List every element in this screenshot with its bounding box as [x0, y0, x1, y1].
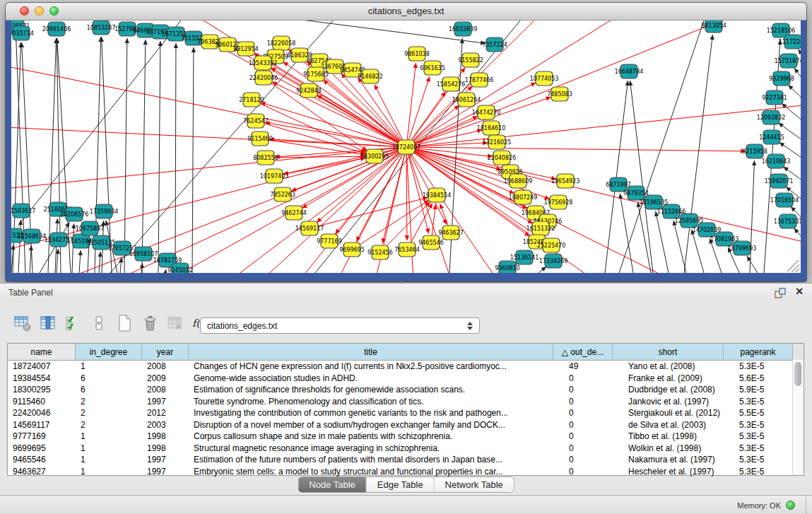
table-cell[interactable]: 1998 [142, 431, 189, 443]
table-cell[interactable]: 1 [76, 431, 142, 443]
table-cell[interactable]: de Silva et al. (2003) [623, 419, 734, 431]
table-scrollbar[interactable] [792, 360, 804, 475]
table-cell[interactable]: 2 [76, 407, 142, 419]
table-cell[interactable]: Dudbridge et al. (2008) [623, 384, 734, 396]
tab-edge-table[interactable]: Edge Table [367, 477, 435, 492]
graph-node-label: 10774053 [530, 76, 559, 82]
table-cell[interactable]: 0 [564, 396, 623, 408]
table-cell[interactable]: 0 [564, 454, 623, 466]
table-cell[interactable]: Estimation of significance thresholds fo… [189, 384, 564, 396]
table-cell[interactable]: 14569117 [8, 419, 76, 431]
table-row[interactable]: 946362711997Embryonic stem cells: a mode… [8, 466, 804, 478]
column-header-in-degree[interactable]: in_degree [76, 344, 142, 360]
table-cell[interactable]: Wolkin et al. (1998) [623, 443, 734, 455]
column-visibility-icon[interactable] [64, 313, 83, 332]
column-header-name[interactable]: name [8, 344, 76, 360]
table-row[interactable]: 1830029562008Estimation of significance … [8, 384, 804, 396]
graph-node-label: 9329968 [769, 76, 794, 82]
table-cell[interactable]: 0 [564, 466, 623, 478]
table-cell[interactable]: 9777169 [8, 431, 76, 443]
table-cell[interactable]: 22420046 [8, 407, 76, 419]
table-row[interactable]: 2242004622012Investigating the contribut… [8, 407, 804, 419]
delete-entries-trash-icon[interactable] [140, 313, 159, 332]
table-row[interactable]: 1938455462009Genome-wide association stu… [8, 373, 804, 385]
table-row[interactable]: 1872400712008Changes of HCN gene express… [8, 361, 804, 373]
tab-node-table[interactable]: Node Table [298, 477, 367, 492]
table-cell[interactable]: Yano et al. (2008) [623, 361, 734, 373]
table-cell[interactable]: 9115460 [8, 396, 76, 408]
table-cell[interactable]: Nakamura et al. (1997) [623, 454, 734, 466]
table-cell[interactable]: Tibbo et al. (1998) [623, 431, 734, 443]
table-cell[interactable]: 18300295 [8, 384, 76, 396]
row-height-icon[interactable] [89, 313, 108, 332]
table-cell[interactable]: Stergiakouli et al. (2012) [623, 407, 734, 419]
column-header-short[interactable]: short [613, 344, 724, 360]
table-cell[interactable]: Investigating the contribution of common… [189, 407, 564, 419]
tab-network-table[interactable]: Network Table [435, 477, 514, 492]
table-cell[interactable]: Disruption of a novel member of a sodium… [189, 419, 564, 431]
table-cell[interactable]: 0 [564, 443, 623, 455]
table-cell[interactable]: 9699695 [8, 443, 76, 455]
table-cell[interactable]: 0 [564, 419, 623, 431]
table-cell[interactable]: 49 [564, 361, 623, 373]
table-cell[interactable]: 1 [76, 361, 142, 373]
table-row[interactable]: 977716911998Corpus callosum shape and si… [8, 431, 804, 443]
table-cell[interactable]: 6 [76, 384, 142, 396]
table-cell[interactable]: 1998 [142, 443, 189, 455]
table-cell[interactable]: 0 [564, 373, 623, 385]
table-cell[interactable]: 1997 [142, 396, 189, 408]
table-cell[interactable]: 0 [564, 384, 623, 396]
table-cell[interactable]: 9463627 [8, 466, 76, 478]
new-table-icon[interactable] [114, 313, 134, 332]
table-cell[interactable]: 2003 [142, 419, 189, 431]
table-cell[interactable]: 1997 [142, 466, 189, 478]
table-row[interactable]: 1456911722003Disruption of a novel membe… [8, 419, 804, 431]
table-cell[interactable]: Corpus callosum shape and size in male p… [189, 431, 564, 443]
table-cell[interactable]: 1 [76, 466, 142, 478]
column-select-icon[interactable] [38, 313, 57, 332]
column-header-out-degree[interactable]: △ out_de... [553, 344, 613, 360]
table-cell[interactable]: 0 [564, 431, 623, 443]
column-header-pagerank[interactable]: pagerank [724, 344, 793, 360]
table-cell[interactable]: 9465546 [8, 454, 76, 466]
table-cell[interactable]: Genome-wide association studies in ADHD. [189, 373, 564, 385]
table-cell[interactable]: Hescheler et al. (1997) [623, 466, 734, 478]
column-header-year[interactable]: year [142, 344, 189, 360]
table-scrollbar-thumb[interactable] [794, 362, 801, 386]
table-cell[interactable]: 18724007 [8, 361, 76, 373]
table-cell[interactable]: 2008 [142, 361, 189, 373]
table-row[interactable]: 911546021997Tourette syndrome. Phenomeno… [8, 396, 804, 408]
table-cell[interactable]: 2008 [142, 384, 189, 396]
close-panel-icon[interactable]: ✕ [795, 286, 804, 297]
table-cell[interactable]: 19384554 [8, 373, 76, 385]
table-cell[interactable]: 6 [76, 373, 142, 385]
table-cell[interactable]: 1 [76, 443, 142, 455]
table-cell[interactable]: Embryonic stem cells: a model to study s… [189, 466, 564, 478]
table-cell[interactable]: 1997 [142, 454, 189, 466]
graph-node-label: 2718120 [239, 97, 264, 103]
graph-node-label: 8082558 [253, 155, 278, 161]
delete-table-icon[interactable] [165, 313, 184, 332]
table-cell[interactable]: Jankovic et al. (1997) [623, 396, 734, 408]
table-cell[interactable]: 1 [76, 454, 142, 466]
graph-node-label: 25225470 [537, 243, 566, 249]
table-cell[interactable]: Tourette syndrome. Phenomenology and cla… [189, 396, 564, 408]
table-row[interactable]: 946554611997Estimation of the future num… [8, 454, 804, 466]
table-cell[interactable]: Franke et al. (2009) [623, 373, 734, 385]
table-selector-dropdown[interactable]: citations_edges.txt [200, 317, 480, 334]
table-cell[interactable]: 2009 [142, 373, 189, 385]
network-canvas[interactable]: 1003557140357142099140610853287152790264… [11, 21, 801, 273]
window-titlebar[interactable]: citations_edges.txt [6, 3, 806, 21]
table-cell[interactable]: 2 [76, 396, 142, 408]
table-cell[interactable]: Structural magnetic resonance image aver… [189, 443, 564, 455]
table-cell[interactable]: Changes of HCN gene expression and I(f) … [189, 361, 564, 373]
float-panel-icon[interactable] [774, 286, 787, 299]
table-settings-icon[interactable] [13, 313, 32, 332]
table-cell[interactable]: 0 [564, 407, 623, 419]
column-header-title[interactable]: title [189, 344, 553, 360]
table-cell[interactable]: Estimation of the future numbers of pati… [189, 454, 564, 466]
table-row[interactable]: 969969511998Structural magnetic resonanc… [8, 443, 804, 455]
graph-node-label: 8215958 [742, 148, 767, 155]
table-cell[interactable]: 2 [76, 419, 142, 431]
table-cell[interactable]: 2012 [142, 407, 189, 419]
